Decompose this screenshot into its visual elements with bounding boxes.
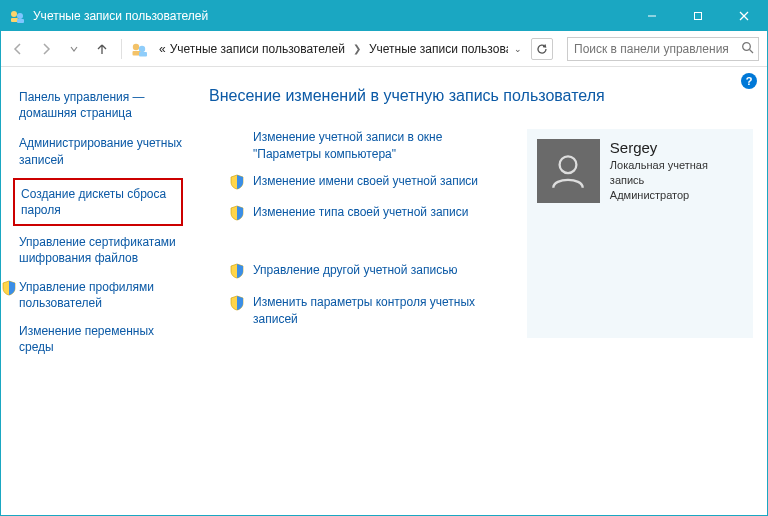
search-icon[interactable] <box>741 41 754 57</box>
task-label: Управление другой учетной записью <box>253 262 457 279</box>
sidebar: Панель управления — домашняя страница Ад… <box>1 67 191 515</box>
user-info: Sergey Локальная учетная запись Админист… <box>610 139 743 203</box>
sidebar-item-password-reset-disk[interactable]: Создание дискеты сброса пароля <box>13 178 183 226</box>
breadcrumb-bar[interactable]: « Учетные записи пользователей ❯ Учетные… <box>154 37 509 61</box>
shield-icon <box>229 174 245 195</box>
task-manage-other-account[interactable]: Управление другой учетной записью <box>209 262 507 284</box>
svg-line-13 <box>750 49 754 53</box>
user-name: Sergey <box>610 139 743 156</box>
sidebar-item-encryption-certs[interactable]: Управление сертификатами шифрования файл… <box>19 234 183 266</box>
sidebar-item-user-profiles[interactable]: Управление профилями пользователей <box>19 279 183 311</box>
breadcrumb-item-1[interactable]: Учетные записи пользователей <box>168 42 347 56</box>
maximize-button[interactable] <box>675 1 721 31</box>
shield-icon <box>229 263 245 284</box>
svg-rect-3 <box>17 19 24 23</box>
window-titlebar: Учетные записи пользователей <box>1 1 767 31</box>
task-change-uac[interactable]: Изменить параметры контроля учетных запи… <box>209 294 507 328</box>
svg-rect-2 <box>11 18 18 22</box>
breadcrumb-lead: « <box>157 42 168 56</box>
user-avatar <box>537 139 600 203</box>
task-change-account-name[interactable]: Изменение имени своей учетной записи <box>209 173 507 195</box>
task-change-in-settings[interactable]: Изменение учетной записи в окне "Парамет… <box>209 129 507 163</box>
svg-point-12 <box>743 42 751 50</box>
nav-up-button[interactable] <box>89 36 115 62</box>
search-input[interactable] <box>572 41 741 57</box>
task-group-spacer <box>209 236 507 262</box>
control-panel-home-link[interactable]: Панель управления — домашняя страница <box>19 89 183 121</box>
shield-icon <box>229 205 245 226</box>
main-content: Внесение изменений в учетную запись поль… <box>191 67 767 515</box>
search-box[interactable] <box>567 37 759 61</box>
address-dropdown-button[interactable]: ⌄ <box>511 44 525 54</box>
nav-forward-button[interactable] <box>33 36 59 62</box>
task-label: Изменение учетной записи в окне "Парамет… <box>253 129 507 163</box>
minimize-button[interactable] <box>629 1 675 31</box>
user-role: Администратор <box>610 188 743 203</box>
breadcrumb-tail: ⌄ <box>511 38 559 60</box>
current-user-card: Sergey Локальная учетная запись Админист… <box>527 129 753 338</box>
shield-icon <box>1 280 17 300</box>
breadcrumb-icon <box>130 40 148 58</box>
task-label: Изменение типа своей учетной записи <box>253 204 468 221</box>
nav-back-button[interactable] <box>5 36 31 62</box>
sidebar-item-label: Управление сертификатами шифрования файл… <box>19 235 176 265</box>
task-label: Изменение имени своей учетной записи <box>253 173 478 190</box>
sidebar-item-label: Создание дискеты сброса пароля <box>21 187 166 217</box>
svg-point-14 <box>560 156 577 173</box>
sidebar-item-label: Управление профилями пользователей <box>19 280 154 310</box>
nav-recent-button[interactable] <box>61 36 87 62</box>
chevron-right-icon: ❯ <box>347 43 367 54</box>
sidebar-item-env-vars[interactable]: Изменение переменных среды <box>19 323 183 355</box>
sidebar-item-label: Администрирование учетных записей <box>19 136 182 166</box>
svg-point-1 <box>17 13 23 19</box>
svg-rect-5 <box>695 13 702 20</box>
sidebar-item-admin-accounts[interactable]: Администрирование учетных записей <box>19 135 183 167</box>
svg-rect-11 <box>139 52 147 57</box>
svg-point-0 <box>11 11 17 17</box>
task-list: Изменение учетной записи в окне "Парамет… <box>209 129 507 338</box>
sidebar-item-label: Изменение переменных среды <box>19 324 154 354</box>
window-title: Учетные записи пользователей <box>33 9 629 23</box>
close-button[interactable] <box>721 1 767 31</box>
toolbar: « Учетные записи пользователей ❯ Учетные… <box>1 31 767 67</box>
help-button[interactable]: ? <box>741 73 757 89</box>
refresh-button[interactable] <box>531 38 553 60</box>
task-label: Изменить параметры контроля учетных запи… <box>253 294 507 328</box>
shield-icon <box>229 295 245 316</box>
svg-point-8 <box>133 43 139 49</box>
task-change-account-type[interactable]: Изменение типа своей учетной записи <box>209 204 507 226</box>
app-icon <box>9 8 25 24</box>
user-account-type: Локальная учетная запись <box>610 158 743 188</box>
toolbar-separator <box>121 39 122 59</box>
breadcrumb-item-2[interactable]: Учетные записи пользователей <box>367 42 509 56</box>
page-heading: Внесение изменений в учетную запись поль… <box>209 87 753 105</box>
